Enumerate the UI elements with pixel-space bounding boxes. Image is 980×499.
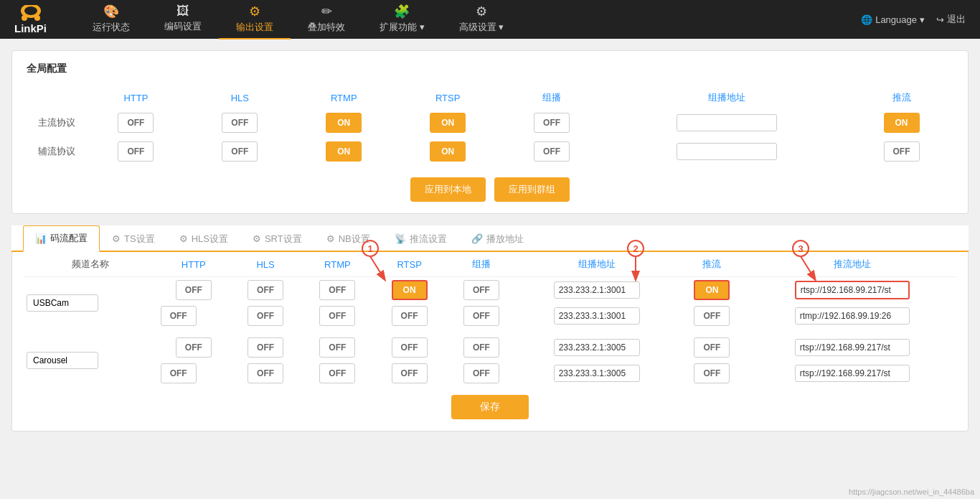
- language-label: Language: [875, 14, 917, 25]
- tab-push-label: 推流设置: [410, 233, 447, 246]
- puzzle-icon: 🧩: [394, 4, 410, 19]
- main-hls-toggle[interactable]: OFF: [222, 113, 258, 133]
- sub-multicast-toggle[interactable]: OFF: [534, 141, 570, 162]
- carousel-r2-rtsp[interactable]: OFF: [392, 363, 428, 383]
- main-push-toggle[interactable]: ON: [884, 113, 920, 133]
- global-col-multicast: 组播: [500, 87, 604, 108]
- global-col-http: HTTP: [84, 87, 188, 108]
- global-col-hls: HLS: [188, 87, 292, 108]
- nav-items: 🎨 运行状态 🖼 编码设置 ⚙ 输出设置 ✏ 叠加特效 🧩 扩展功能 ▾ ⚙ 高…: [75, 0, 861, 39]
- sub-multicast-addr-input[interactable]: 233.233.3.1:3000+: [677, 143, 777, 160]
- apply-buttons: 应用到本地 应用到群组: [27, 177, 953, 202]
- carousel-r1-push[interactable]: OFF: [694, 337, 730, 358]
- carousel-r2-http[interactable]: OFF: [161, 363, 197, 383]
- carousel-name-input[interactable]: [27, 352, 98, 369]
- save-button[interactable]: 保存: [451, 395, 529, 419]
- usbcam-r1-push[interactable]: ON: [694, 280, 730, 300]
- nav-extensions[interactable]: 🧩 扩展功能 ▾: [362, 0, 442, 39]
- logout-button[interactable]: ↪ 退出: [936, 13, 966, 26]
- nav-running-status[interactable]: 🎨 运行状态: [75, 0, 147, 39]
- carousel-r1-push-url[interactable]: [795, 339, 910, 356]
- tab-srt-settings[interactable]: ⚙ SRT设置: [240, 225, 314, 252]
- carousel-r2-multicast-addr[interactable]: [554, 365, 640, 382]
- tab-nb-settings[interactable]: ⚙ NB设置: [314, 225, 382, 252]
- pencil-icon: ✏: [321, 4, 332, 19]
- tab-push-settings[interactable]: 📡 推流设置: [382, 225, 459, 252]
- apply-group-button[interactable]: 应用到群组: [494, 177, 570, 202]
- usbcam-r2-push[interactable]: OFF: [694, 306, 730, 326]
- carousel-r1-http[interactable]: OFF: [176, 337, 212, 358]
- hls-icon: ⚙: [179, 233, 188, 244]
- carousel-r1-hls[interactable]: OFF: [248, 337, 283, 358]
- nav-encode-settings[interactable]: 🖼 编码设置: [147, 0, 219, 39]
- carousel-r2-push-url[interactable]: [795, 365, 910, 382]
- srt-icon: ⚙: [253, 233, 261, 244]
- sub-http-toggle[interactable]: OFF: [118, 141, 154, 162]
- channel-table-header-row: 频道名称 HTTP HLS RTMP RTSP 组播 组播地址 推流 推流地址: [24, 252, 956, 277]
- nav-output-settings[interactable]: ⚙ 输出设置: [219, 0, 291, 39]
- carousel-r2-hls[interactable]: OFF: [248, 363, 283, 383]
- tab-hls-settings[interactable]: ⚙ HLS设置: [167, 225, 240, 252]
- usbcam-r2-http[interactable]: OFF: [161, 306, 197, 326]
- usbcam-r2-rtmp[interactable]: OFF: [319, 306, 355, 326]
- logo: LinkPi: [14, 5, 47, 34]
- logout-icon: ↪: [936, 14, 944, 25]
- sub-hls-toggle[interactable]: OFF: [222, 141, 258, 162]
- carousel-r2-multicast[interactable]: OFF: [463, 363, 499, 383]
- language-button[interactable]: 🌐 Language ▾: [861, 14, 925, 25]
- usbcam-r2-multicast-addr[interactable]: [554, 307, 640, 325]
- usbcam-r1-rtmp[interactable]: OFF: [319, 280, 355, 300]
- col-multicast: 组播: [446, 252, 517, 277]
- main-multicast-addr-input[interactable]: 233.233.2.1:3000+: [677, 114, 777, 131]
- nav-effects-label: 叠加特效: [308, 21, 345, 34]
- usbcam-r1-rtsp[interactable]: ON: [392, 280, 428, 300]
- col-push-url: 推流地址: [748, 252, 956, 277]
- carousel-r1-multicast[interactable]: OFF: [463, 337, 499, 358]
- sub-rtsp-toggle[interactable]: ON: [430, 141, 466, 162]
- col-multicast-addr: 组播地址: [517, 252, 676, 277]
- global-col-multicast-addr: 组播地址: [604, 87, 850, 108]
- usbcam-r1-multicast-addr[interactable]: [554, 281, 640, 299]
- tab-bitrate-config[interactable]: 📊 码流配置: [23, 225, 100, 252]
- link-icon: 🔗: [471, 233, 483, 244]
- usbcam-r2-multicast[interactable]: OFF: [463, 306, 499, 326]
- main-rtsp-toggle[interactable]: ON: [430, 113, 466, 133]
- carousel-r2-rtmp[interactable]: OFF: [319, 363, 355, 383]
- nav-advanced[interactable]: ⚙ 高级设置 ▾: [442, 0, 522, 39]
- usbcam-r1-hls[interactable]: OFF: [248, 280, 283, 300]
- carousel-r1-rtsp[interactable]: OFF: [392, 337, 428, 358]
- carousel-r1-multicast-addr[interactable]: [554, 339, 640, 356]
- tab-ts-label: TS设置: [124, 233, 155, 246]
- tab-ts-settings[interactable]: ⚙ TS设置: [100, 225, 167, 252]
- nav-advanced-label: 高级设置 ▾: [459, 21, 504, 34]
- usbcam-name-input[interactable]: [27, 294, 98, 312]
- settings-icon: ⚙: [476, 4, 487, 19]
- tab-play-url[interactable]: 🔗 播放地址: [459, 225, 536, 252]
- usbcam-r1-push-url[interactable]: [795, 281, 910, 299]
- col-http: HTTP: [158, 252, 230, 277]
- channel-table: 频道名称 HTTP HLS RTMP RTSP 组播 组播地址 推流 推流地址: [24, 252, 956, 386]
- main-multicast-toggle[interactable]: OFF: [534, 113, 570, 133]
- sub-push-toggle[interactable]: OFF: [884, 141, 920, 162]
- svg-point-1: [22, 15, 27, 21]
- main-rtmp-toggle[interactable]: ON: [326, 113, 362, 133]
- usbcam-r2-push-url[interactable]: [795, 307, 910, 325]
- dropdown-icon: ▾: [920, 14, 925, 25]
- carousel-r1-rtmp[interactable]: OFF: [319, 337, 355, 358]
- nav-extensions-label: 扩展功能 ▾: [380, 21, 425, 34]
- usbcam-r1-http[interactable]: OFF: [176, 280, 212, 300]
- apply-local-button[interactable]: 应用到本地: [410, 177, 486, 202]
- nav-effects[interactable]: ✏ 叠加特效: [291, 0, 362, 39]
- global-config-table: HTTP HLS RTMP RTSP 组播 组播地址 推流 主流协议 OFF O…: [27, 87, 953, 166]
- main-http-toggle[interactable]: OFF: [118, 113, 154, 133]
- push-icon: 📡: [395, 233, 406, 244]
- usbcam-r2-hls[interactable]: OFF: [248, 306, 283, 326]
- main-content: 全局配置 HTTP HLS RTMP RTSP 组播 组播地址 推流 主流协议 …: [0, 39, 980, 443]
- carousel-r2-push[interactable]: OFF: [694, 363, 730, 383]
- usbcam-r1-multicast[interactable]: OFF: [463, 280, 499, 300]
- sub-rtmp-toggle[interactable]: ON: [326, 141, 362, 162]
- usbcam-row-1: OFF OFF OFF ON OFF ON: [24, 277, 956, 304]
- logo-icon: [18, 5, 44, 21]
- usbcam-r2-rtsp[interactable]: OFF: [392, 306, 428, 326]
- upload-icon: 📊: [35, 233, 47, 244]
